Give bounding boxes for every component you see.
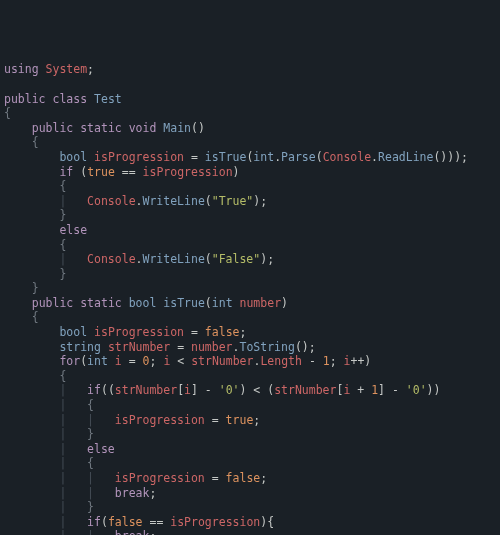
method-istrue: isTrue [163, 296, 205, 310]
class-name: Test [94, 92, 122, 106]
keyword-public: public [4, 92, 46, 106]
keyword-class: class [52, 92, 87, 106]
keyword-using: using [4, 62, 39, 76]
method-main: Main [163, 121, 191, 135]
namespace: System [46, 62, 88, 76]
code-editor: using System; public class Test { public… [4, 62, 496, 535]
